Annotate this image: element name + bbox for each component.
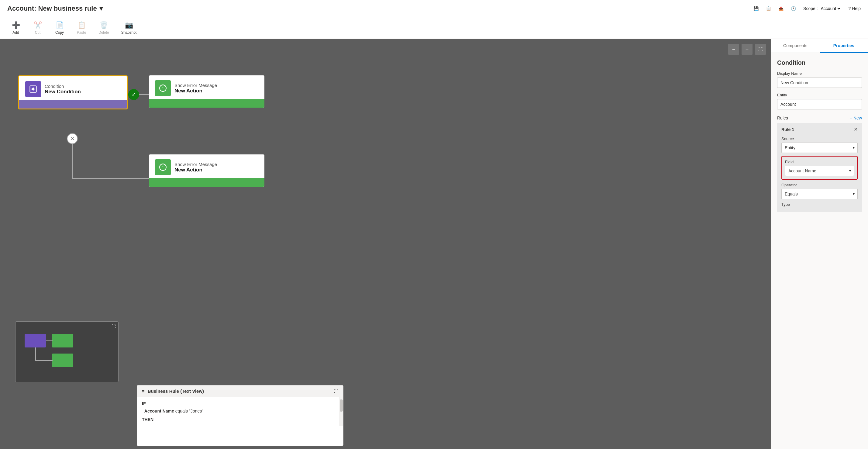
rule-1-close-button[interactable]: ✕	[854, 126, 858, 132]
source-label: Source	[781, 137, 858, 141]
help-button[interactable]: ? Help	[848, 6, 861, 11]
page-title: Account: New business rule	[7, 5, 97, 12]
biz-rule-scroll-thumb	[340, 399, 343, 412]
action-node-2-header: Show Error Message New Action	[149, 154, 265, 178]
biz-rule-expand-icon[interactable]: ⛶	[334, 389, 338, 394]
snapshot-button[interactable]: 📷 Snapshot	[115, 19, 143, 37]
x-connector: ✕	[67, 133, 78, 144]
field-highlighted-section: Field Account Name Account Number City C…	[781, 156, 858, 180]
add-icon: ➕	[12, 21, 20, 29]
cut-label: Cut	[35, 30, 41, 35]
mini-line-h	[46, 340, 53, 341]
condition-node-header: Condition New Condition	[19, 76, 127, 100]
biz-rule-title-area: ≡ Business Rule (Text View)	[142, 389, 204, 394]
check-connector: ✓	[128, 89, 139, 100]
scope-label: Scope :	[803, 6, 817, 11]
action-node-1-icon	[155, 80, 171, 96]
source-select-wrapper: Entity Value Formula	[781, 143, 858, 153]
type-label: Type	[781, 202, 858, 207]
operator-select[interactable]: Equals Does Not Equal Contains Begins Wi…	[781, 189, 858, 199]
rules-header: Rules + New	[777, 116, 862, 120]
biz-rule-title: Business Rule (Text View)	[148, 389, 204, 394]
delete-icon: 🗑️	[100, 21, 108, 29]
add-button[interactable]: ➕ Add	[5, 19, 27, 37]
title-chevron[interactable]: ▾	[99, 5, 103, 12]
field-label: Field	[785, 159, 854, 164]
source-select[interactable]: Entity Value Formula	[781, 143, 858, 153]
copy-button[interactable]: 📄 Copy	[49, 19, 70, 37]
delete-label: Delete	[98, 30, 109, 35]
operator-select-wrapper: Equals Does Not Equal Contains Begins Wi…	[781, 189, 858, 199]
scope-select[interactable]: Account	[820, 6, 841, 11]
action-node-1-title: New Action	[175, 88, 217, 94]
field-select[interactable]: Account Name Account Number City Country	[785, 166, 854, 176]
canvas-area[interactable]: − + ⛶ Condition New Condition ✓	[0, 39, 771, 449]
biz-rule-header: ≡ Business Rule (Text View) ⛶	[137, 386, 343, 397]
copy-label: Copy	[55, 30, 64, 35]
action-node-1-footer	[149, 99, 265, 108]
scope-area: Scope : Account	[803, 6, 841, 11]
condition-node[interactable]: Condition New Condition	[18, 76, 128, 110]
action-node-2-footer	[149, 178, 265, 187]
zoom-out-button[interactable]: −	[728, 44, 739, 55]
operator-section: Operator Equals Does Not Equal Contains …	[781, 183, 858, 199]
cut-icon: ✂️	[34, 21, 42, 29]
delete-button[interactable]: 🗑️ Delete	[92, 19, 115, 37]
action-node-2[interactable]: Show Error Message New Action	[149, 154, 265, 187]
connector-line-h2	[72, 178, 150, 179]
paste-button[interactable]: 📋 Paste	[70, 19, 92, 37]
condition-node-title: New Condition	[45, 89, 81, 95]
cut-button[interactable]: ✂️ Cut	[27, 19, 49, 37]
biz-rule-body: IF Account Name equals "Jones" THEN	[137, 397, 343, 426]
checklist-toolbar-icon[interactable]: 📋	[766, 6, 771, 11]
action-node-1-label: Show Error Message	[175, 83, 217, 88]
rules-new-button[interactable]: + New	[850, 116, 862, 120]
paste-icon: 📋	[78, 21, 86, 29]
components-tab[interactable]: Components	[771, 39, 820, 53]
title-bar-left: Account: New business rule ▾	[7, 5, 103, 12]
title-bar-right: 💾 📋 📤 🕐 Scope : Account ? Help	[753, 6, 861, 11]
fit-button[interactable]: ⛶	[755, 44, 766, 55]
connector-line-h	[139, 94, 150, 95]
condition-node-label: Condition	[45, 84, 81, 89]
snapshot-icon: 📷	[125, 21, 133, 29]
save-toolbar-icon[interactable]: 💾	[753, 6, 758, 11]
toolbar: ➕ Add ✂️ Cut 📄 Copy 📋 Paste 🗑️ Delete 📷 …	[0, 17, 868, 39]
zoom-in-button[interactable]: +	[742, 44, 752, 55]
biz-rule-icon: ≡	[142, 389, 145, 394]
action-node-2-title: New Action	[175, 167, 217, 173]
rules-label: Rules	[777, 116, 788, 120]
rule-1-title: Rule 1	[781, 127, 794, 132]
biz-rule-scrollbar[interactable]	[339, 397, 343, 426]
right-panel: Components Properties Condition Display …	[771, 39, 868, 449]
mini-action-node-2	[52, 354, 73, 367]
condition-node-text: Condition New Condition	[45, 84, 81, 95]
condition-node-footer	[19, 100, 127, 109]
display-name-input[interactable]	[777, 78, 862, 88]
display-name-label: Display Name	[777, 71, 862, 76]
minimap-expand-button[interactable]: ⛶	[112, 324, 116, 329]
mini-condition-node	[25, 334, 46, 348]
publish-toolbar-icon[interactable]: 📤	[778, 6, 783, 11]
panel-content: Condition Display Name Entity Rules + Ne…	[771, 53, 868, 449]
snapshot-label: Snapshot	[121, 30, 137, 35]
properties-tab[interactable]: Properties	[820, 39, 868, 53]
action-node-2-text: Show Error Message New Action	[175, 162, 217, 173]
main-layout: − + ⛶ Condition New Condition ✓	[0, 39, 868, 449]
biz-rule-panel: ≡ Business Rule (Text View) ⛶ IF Account…	[137, 385, 343, 446]
svg-point-0	[32, 88, 34, 90]
entity-input[interactable]	[777, 99, 862, 110]
history-toolbar-icon[interactable]: 🕐	[791, 6, 796, 11]
type-section: Type	[781, 202, 858, 207]
action-node-1[interactable]: Show Error Message New Action	[149, 76, 265, 108]
mini-action-node-1	[52, 334, 73, 348]
action-node-1-header: Show Error Message New Action	[149, 76, 265, 99]
biz-rule-condition: Account Name equals "Jones"	[142, 409, 338, 413]
mini-line-h2	[35, 360, 53, 361]
paste-label: Paste	[77, 30, 86, 35]
panel-section-title: Condition	[777, 59, 862, 66]
minimap: ⛶	[15, 321, 119, 382]
title-bar: Account: New business rule ▾ 💾 📋 📤 🕐 Sco…	[0, 0, 868, 17]
field-select-wrapper: Account Name Account Number City Country	[785, 166, 854, 176]
action-node-2-label: Show Error Message	[175, 162, 217, 167]
